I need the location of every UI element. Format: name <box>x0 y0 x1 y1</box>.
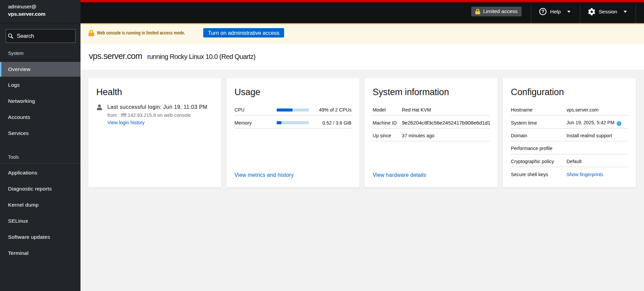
svg-text:?: ? <box>541 9 544 14</box>
